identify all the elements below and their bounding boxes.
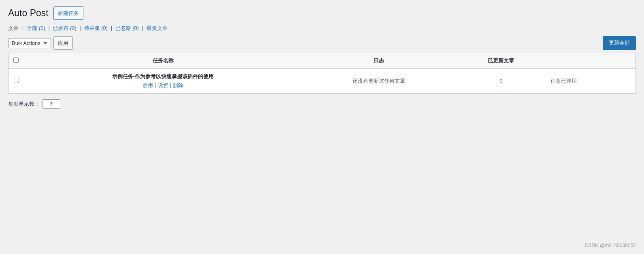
separator-3: |: [111, 25, 114, 31]
header-updated: 已更新文章: [456, 53, 546, 69]
tasks-table: 任务名称 日志 已更新文章 示例任务-作为参考以快速掌握该插件的使用 启用 | …: [8, 53, 636, 94]
header-status-col: [546, 53, 635, 69]
task-name-cell: 示例任务-作为参考以快速掌握该插件的使用 启用 | 设置 | 删除: [25, 69, 302, 94]
task-disabled-label: 任务已停用: [550, 78, 577, 84]
new-task-button[interactable]: 新建任务: [53, 6, 83, 20]
task-name: 示例任务-作为参考以快速掌握该插件的使用: [30, 73, 297, 80]
toolbar-right: 更新全部: [603, 36, 636, 50]
per-page-input[interactable]: [42, 99, 60, 109]
filter-all[interactable]: 全部 (0): [27, 25, 45, 31]
filter-ignored[interactable]: 已忽略 (0): [115, 25, 139, 31]
header-task-name: 任务名称: [25, 53, 302, 69]
filter-bar: 文章 ： 全部 (0) | 已发布 (0) | 待采集 (0) | 已忽略 (0…: [8, 25, 636, 32]
row-checkbox[interactable]: [14, 78, 19, 83]
filter-pending[interactable]: 待采集 (0): [84, 25, 108, 31]
toolbar: Bulk Actions 应用 更新全部: [8, 36, 636, 50]
apply-button[interactable]: 应用: [53, 36, 73, 50]
task-updated-cell: 0: [456, 69, 546, 94]
filter-published[interactable]: 已发布 (0): [53, 25, 77, 31]
separator-2: |: [80, 25, 83, 31]
task-updated-count[interactable]: 0: [499, 78, 502, 84]
task-status-cell: 任务已停用: [546, 69, 635, 94]
watermark: CSDN @m0_65030252: [585, 243, 636, 248]
separator-4: |: [142, 25, 145, 31]
action-sep-1: |: [155, 82, 156, 89]
action-sep-2: |: [170, 82, 171, 89]
header-checkbox-col: [9, 53, 25, 69]
filter-duplicate[interactable]: 重复文章: [147, 25, 168, 31]
task-delete-link[interactable]: 删除: [173, 82, 183, 89]
per-page-bar: 每页显示数：: [8, 99, 636, 109]
update-all-button[interactable]: 更新全部: [603, 36, 636, 50]
task-log-cell: 还没有更新过任何文章: [302, 69, 457, 94]
header-log: 日志: [302, 53, 457, 69]
task-actions: 启用 | 设置 | 删除: [30, 82, 297, 89]
toolbar-left: Bulk Actions 应用: [8, 36, 73, 50]
per-page-label: 每页显示数：: [8, 100, 40, 108]
bulk-actions-select[interactable]: Bulk Actions: [8, 38, 51, 48]
task-enable-link[interactable]: 启用: [142, 82, 153, 89]
separator-1: |: [48, 25, 51, 31]
select-all-checkbox[interactable]: [13, 58, 19, 63]
row-checkbox-cell: [9, 69, 25, 94]
task-settings-link[interactable]: 设置: [158, 82, 168, 89]
task-log-text: 还没有更新过任何文章: [353, 78, 405, 84]
page-title: Auto Post: [8, 7, 49, 19]
filter-label: 文章: [8, 25, 19, 31]
filter-separator: ：: [20, 25, 26, 31]
table-row: 示例任务-作为参考以快速掌握该插件的使用 启用 | 设置 | 删除 还没有更新过…: [9, 69, 636, 94]
